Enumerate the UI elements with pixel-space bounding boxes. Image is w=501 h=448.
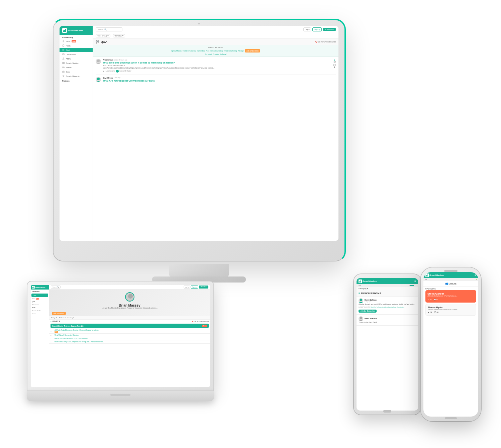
join-discussion-btn[interactable]: Join the discussion [359,310,377,313]
phone-status-bar: ●●● 🔋 [423,278,478,281]
ama-upvotes-1: ▲ 96 [427,299,432,301]
laptop-sidebar-posts-active[interactable]: Posts [31,294,48,297]
popular-tags-bar: POPULAR TAGS #growthhacks #contentmarket… [93,45,338,57]
laptop-sidebar-discussions[interactable]: Discussions [31,303,49,306]
svg-rect-13 [63,71,65,73]
search-box[interactable]: Search 🔍 [96,27,122,31]
popular-tags-title: POPULAR TAGS [96,46,336,48]
laptop-post-title-3[interactable]: How a SQL Query Made Us $3,835 in 15 Min… [55,338,209,339]
laptop-signup-btn[interactable]: Sign Up [191,286,198,289]
sidebar-header: GrowthHackers [60,26,93,35]
post-rank-2: 2. [51,334,53,336]
sidebar-item-growth-university[interactable]: Growth University [60,74,93,78]
sidebar-item-qa[interactable]: ? Q&A [60,48,93,52]
new-post-button[interactable]: + New Post [323,28,336,31]
tablet-response-link-1[interactable]: What You've Forgotten About Landing Page… [371,306,404,308]
laptop-topbar: Search 🔍 Log In Sign Up + New Post [49,285,210,290]
tag-emailmarketing[interactable]: #emailmarketing [210,50,223,52]
laptop-filter-row: All Tags ▼ All Posts ▼ Trending ▼ [49,316,210,320]
ask-question-button[interactable]: Ask a Question [245,49,260,52]
tag-list-2: #product #metrics #referral [96,53,336,55]
phone-app: GrowthHackers ≡ ●●● 🔋 👥 A [423,272,478,417]
comment-icon[interactable]: 💬 [333,64,336,66]
video-icon [62,66,65,69]
filter-by-tag[interactable]: Filter by tag ▼ [96,34,110,37]
laptop-post-title-4[interactable]: Brian Balfour: Why Saul Companies Are Wr… [55,341,209,343]
tablet-home-button[interactable] [383,410,391,413]
trending-filter[interactable]: Trending ▼ [113,34,125,37]
new-badge: New! [72,40,76,42]
laptop-newpost-btn[interactable]: + New Post [199,286,208,289]
ama-card-1[interactable]: Stella Garber AMA with Stella Garber, VP… [425,290,476,303]
ama-desc-2: AMA with Shama Hyder, Founder & CEO of M… [428,309,474,310]
laptop-sidebar-growth-studies[interactable]: Growth Studies [31,309,49,312]
post-title-2[interactable]: What Are Your Biggest Growth Hopes & Fea… [103,80,336,82]
tag-growthhacks[interactable]: #growthhacks [171,50,182,52]
filter-bar: Filter by tag ▼ Trending ▼ [93,33,338,39]
phone-home-button[interactable] [445,417,457,419]
ask-question-btn-hero[interactable]: Ask a question [52,312,66,314]
tag-contentmarketing[interactable]: #contentmarketing [183,50,196,52]
ama-name-2: Shama Hyder [428,306,474,309]
post-author-2: David Hoos [103,77,113,79]
laptop-sidebar-videos[interactable]: Videos [31,312,49,315]
lightbulb-icon [62,40,65,42]
svg-point-0 [63,40,64,42]
sidebar-item-amas[interactable]: AMAs [60,57,93,61]
chat-icon: ? [62,49,65,51]
laptop-sidebar-qa[interactable]: Q&A [31,300,49,303]
phone-section-title: AMAs [449,283,457,285]
laptop-post-row-4: 4. Brian Balfour: Why Saul Companies Are… [49,340,210,344]
laptop-base [27,391,214,401]
get-bookmarklet-link[interactable]: 🔖 Get the GH Bookmarklet [192,321,209,322]
laptop-all-tags[interactable]: All Tags ▼ [51,317,57,319]
post-time-2: 1 day ago [114,77,120,79]
tag-mobilemarketing[interactable]: #mobilemarketing [224,50,237,52]
post-body-1: Anonymous about 18 hours ago What are so… [103,59,332,73]
sidebar-item-ideas[interactable]: Ideas New! [60,39,93,43]
phone-section-icon: 👥 [445,282,448,285]
ama-card-2[interactable]: Shama Hyder AMA with Shama Hyder, Founde… [425,304,476,316]
svg-point-14 [97,60,100,62]
tag-product[interactable]: #product [205,53,212,55]
laptop-trending[interactable]: Trending ▼ [68,317,75,319]
phone-signal: ●●● [425,279,427,280]
laptop-sidebar-ideas[interactable]: Ideas New! [31,297,49,300]
tag-analytics[interactable]: #analytics [197,50,205,52]
tag-metrics[interactable]: #metrics [213,53,219,55]
svg-rect-11 [64,63,64,64]
phone-hamburger[interactable]: ≡ [475,274,476,277]
feature-post-banner[interactable]: GrowthMaster Training Course Now Live Ne… [51,324,209,328]
laptop-login-btn[interactable]: Log In [184,286,190,289]
post-title-1[interactable]: What are some good tips when it comes to… [103,62,332,64]
projects-title: Projects [60,78,93,83]
tag-seo[interactable]: #seo [206,50,209,52]
tablet-filter-tag[interactable]: Filter by tag ▼ [359,288,368,290]
login-button[interactable]: Log In [303,27,311,31]
sidebar-item-jobs[interactable]: Jobs [60,70,93,74]
laptop-logo-icon [32,286,35,289]
signup-button[interactable]: Sign Up [312,27,322,31]
post-meta-1: ▲ 2 Answered by Samuel J. Harlow [103,70,332,73]
sidebar-item-posts[interactable]: Posts [60,43,93,48]
bookmarklet-link[interactable]: 🔖 Get the GH Bookmarklet [315,41,336,43]
sidebar-item-videos[interactable]: Videos [60,65,93,70]
answerer-name: Samuel J. Harlow [119,70,131,72]
hamburger-menu[interactable]: ≡ [414,280,416,283]
tag-referral[interactable]: #referral [220,53,226,55]
laptop-sidebar-header: GrowthHackers [31,285,49,290]
tag-design[interactable]: #design [238,50,244,52]
phone-topbar: GrowthHackers ≡ [423,272,478,278]
sidebar-item-discussions[interactable]: Discussions [60,52,93,57]
phone: GrowthHackers ≡ ●●● 🔋 👥 A [421,267,481,421]
laptop-auth-btns: Log In Sign Up + New Post [184,286,208,289]
laptop-sidebar-amas[interactable]: AMAs [31,306,49,309]
laptop-search[interactable]: Search 🔍 [51,286,61,289]
sidebar-item-growth-studies[interactable]: Growth Studies [60,61,93,65]
phone-frame: GrowthHackers ≡ ●●● 🔋 👥 A [421,267,481,421]
laptop-all-posts[interactable]: All Posts ▼ [59,317,66,319]
post-rank-3: 3. [51,338,53,339]
tablet-post-user-1: Danny Zaltman 3 days ago [359,298,416,303]
laptop-post-title-2[interactable]: What Makes A Conversion Optimizer [55,334,209,336]
upvote-icon-2: ▲ [428,311,429,313]
